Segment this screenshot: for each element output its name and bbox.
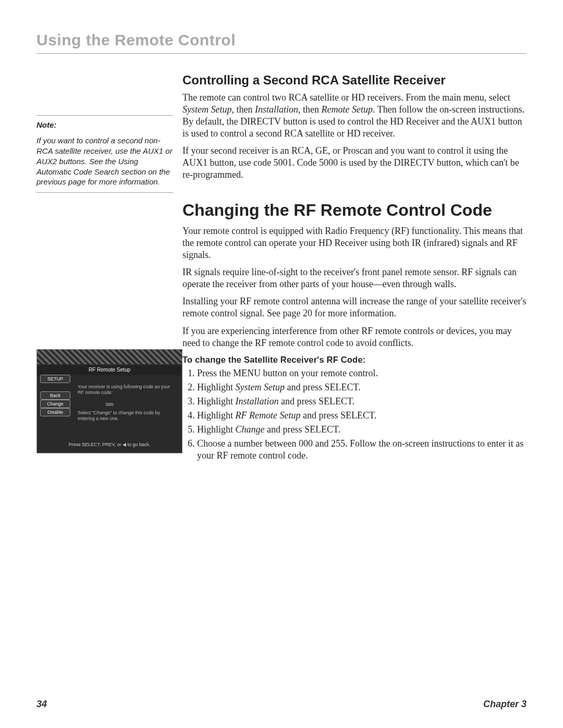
note-title: Note: — [36, 120, 173, 130]
section-title-rf-code: Changing the RF Remote Control Code — [182, 200, 527, 221]
screenshot-title: RF Remote Setup — [37, 365, 182, 375]
text: and press SELECT. — [265, 424, 341, 435]
text-italic: System Setup — [236, 382, 285, 392]
screenshot-code: 000 — [37, 402, 182, 408]
text: and press SELECT. — [285, 382, 361, 392]
sidebar-column: Note: If you want to control a second no… — [36, 72, 182, 464]
page-number: 34 — [36, 698, 47, 710]
screenshot-footer-hint: Press SELECT, PREV, or ◀ to go back. — [37, 442, 182, 448]
subsection-title-second-receiver: Controlling a Second RCA Satellite Recei… — [182, 72, 527, 89]
text-italic: Change — [236, 424, 265, 435]
text: Highlight — [197, 424, 236, 435]
text: Press the MENU button on your remote con… — [197, 368, 378, 378]
screenshot-msg1: Your receiver is using following code as… — [78, 384, 177, 396]
paragraph: Installing your RF remote control antenn… — [182, 295, 527, 319]
step: Highlight RF Remote Setup and press SELE… — [197, 410, 527, 422]
screenshot-btn-back: Back — [40, 391, 70, 400]
note-block: Note: If you want to control a second no… — [36, 115, 173, 193]
text: Choose a number between 000 and 255. Fol… — [197, 438, 523, 461]
paragraph: The remote can control two RCA satellite… — [182, 92, 527, 140]
screenshot-msg2: Select "Change" to change this code by e… — [78, 410, 177, 422]
columns: Note: If you want to control a second no… — [36, 72, 527, 464]
rf-setup-screenshot: RF Remote Setup SETUP Back Change Disabl… — [36, 349, 182, 453]
text: Highlight — [197, 382, 236, 392]
screenshot-btn-disable: Disable — [40, 408, 70, 416]
main-column: Controlling a Second RCA Satellite Recei… — [182, 72, 527, 464]
text: and press SELECT. — [279, 396, 355, 406]
text-italic: Remote Setup — [322, 104, 373, 115]
page-header: Using the Remote Control — [36, 30, 527, 54]
text: The remote can control two RCA satellite… — [182, 92, 510, 103]
paragraph: IR signals require line-of-sight to the … — [182, 266, 527, 290]
step: Highlight Change and press SELECT. — [197, 424, 527, 436]
text-italic: System Setup — [182, 104, 231, 115]
page: Using the Remote Control Note: If you wa… — [0, 0, 563, 728]
text-italic: RF Remote Setup — [236, 410, 301, 421]
paragraph: Your remote control is equipped with Rad… — [182, 225, 527, 261]
step: Choose a number between 000 and 255. Fol… — [197, 438, 527, 462]
text: , then — [298, 104, 322, 115]
procedure-title: To change the Satellite Receiver's RF Co… — [182, 354, 527, 365]
text: and press SELECT. — [300, 410, 376, 421]
step: Press the MENU button on your remote con… — [197, 367, 527, 379]
text-italic: Installation — [255, 104, 298, 115]
step: Highlight System Setup and press SELECT. — [197, 381, 527, 393]
chapter-label: Chapter 3 — [483, 698, 527, 710]
screenshot-btn-setup: SETUP — [40, 375, 70, 383]
text: Highlight — [197, 396, 236, 406]
text-italic: Installation — [236, 396, 279, 406]
paragraph: If your second receiver is an RCA, GE, o… — [182, 145, 527, 181]
note-body: If you want to control a second non-RCA … — [36, 135, 173, 187]
screenshot-decorative-bg — [37, 350, 182, 364]
procedure-steps: Press the MENU button on your remote con… — [182, 367, 527, 462]
paragraph: If you are experiencing interference fro… — [182, 325, 527, 349]
text: Highlight — [197, 410, 236, 421]
step: Highlight Installation and press SELECT. — [197, 396, 527, 408]
page-footer: 34 Chapter 3 — [36, 698, 527, 710]
text: , then — [231, 104, 255, 115]
